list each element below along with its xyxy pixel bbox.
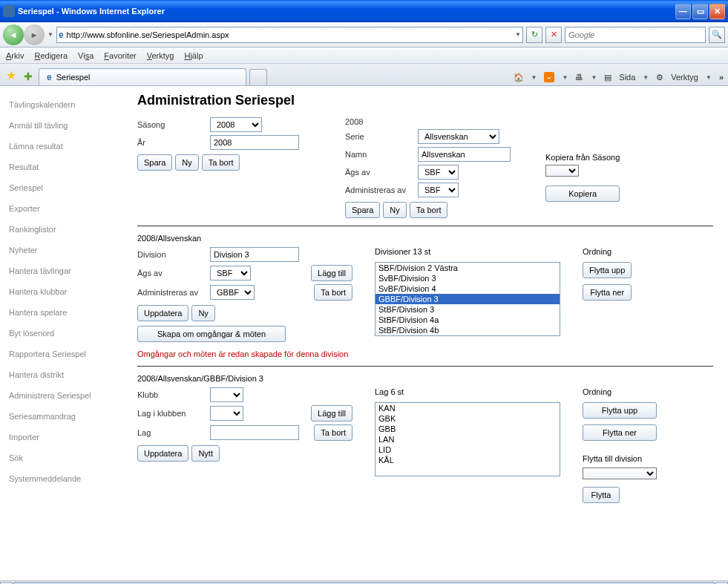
sidebar-item[interactable]: Tävlingskalendern (0, 94, 122, 115)
forward-button[interactable]: ► (24, 24, 45, 45)
uppdatera-button[interactable]: Uppdatera (137, 305, 188, 321)
divisioner-listbox[interactable]: SBF/Division 2 VästraSvBF/Division 3SvBF… (375, 262, 560, 336)
address-dropdown-icon[interactable]: ▼ (515, 31, 521, 38)
kopiera-sasong-select[interactable] (545, 165, 579, 177)
list-item[interactable]: GBBF/Division 3 (376, 294, 560, 304)
skapa-om-button[interactable]: Skapa om omgångar & möten (137, 326, 286, 342)
flytta-upp-button[interactable]: Flytta upp (583, 262, 632, 278)
menu-visa[interactable]: Visa (78, 51, 94, 60)
div-admin-select[interactable]: GBBF (210, 285, 255, 300)
home-icon[interactable]: 🏠 (514, 73, 524, 82)
sidebar-item[interactable]: Exporter (0, 198, 122, 219)
address-bar[interactable]: e ▼ (56, 27, 523, 43)
list-item[interactable]: KAN (376, 403, 560, 413)
lag-klubb-select[interactable] (210, 406, 243, 421)
tools-icon[interactable]: ⚙ (656, 73, 663, 82)
ny3-button[interactable]: Ny (191, 305, 214, 321)
tabort-button[interactable]: Ta bort (202, 154, 240, 171)
list-item[interactable]: SBF/Division 2 Västra (376, 263, 560, 273)
rss-icon[interactable]: ៷ (544, 72, 554, 82)
flytta-ner2-button[interactable]: Flytta ner (583, 424, 657, 441)
sasong-select[interactable]: 2008 (210, 117, 262, 132)
sidebar-item[interactable]: Anmäl till tävling (0, 115, 122, 136)
sidebar-item[interactable]: Rankinglistor (0, 219, 122, 240)
nytt-button[interactable]: Nytt (191, 445, 220, 462)
lagg-till2-button[interactable]: Lägg till (311, 405, 352, 421)
sidebar-item[interactable]: Administrera Seriespel (0, 385, 122, 406)
sidebar-item[interactable]: Lämna resultat (0, 136, 122, 157)
page-menu-icon[interactable]: ▤ (604, 73, 611, 82)
sidebar-item[interactable]: Hantera spelare (0, 302, 122, 323)
lag-listbox[interactable]: KANGBKGBBLANLIDKÅL (375, 402, 560, 476)
serie-select[interactable]: Allsvenskan (418, 129, 499, 144)
search-button[interactable]: 🔍 (709, 27, 725, 43)
overflow-icon[interactable]: » (719, 73, 724, 82)
flytta-ner-button[interactable]: Flytta ner (583, 284, 632, 301)
sidebar-item[interactable]: Systemmeddelande (0, 468, 122, 489)
list-item[interactable]: StBF/Division 3 (376, 304, 560, 315)
browser-tab[interactable]: e Seriespel (39, 68, 246, 85)
spara-button[interactable]: Spara (137, 154, 172, 171)
sidebar-item[interactable]: Byt lösenord (0, 323, 122, 344)
list-item[interactable]: StBF/Division 4a (376, 315, 560, 325)
sidebar-item[interactable]: Resultat (0, 157, 122, 177)
namn-input[interactable] (418, 147, 511, 162)
verktyg-label[interactable]: Verktyg (671, 73, 698, 82)
lag-input[interactable] (210, 425, 299, 440)
list-item[interactable]: SvBF/Division 3 (376, 273, 560, 283)
tabort4-button[interactable]: Ta bort (314, 424, 352, 441)
list-item[interactable]: SvBF/Division 4 (376, 283, 560, 294)
horizontal-scrollbar[interactable]: ◄ ► (0, 580, 728, 584)
spara2-button[interactable]: Spara (345, 202, 380, 218)
flytta-upp2-button[interactable]: Flytta upp (583, 402, 657, 419)
sidebar-item[interactable]: Seriespel (0, 177, 122, 198)
menu-arkiv[interactable]: AArkivrkiv (6, 51, 24, 60)
list-item[interactable]: GBK (376, 413, 560, 424)
uppdatera2-button[interactable]: Uppdatera (137, 445, 188, 462)
minimize-button[interactable]: — (675, 4, 691, 19)
sidebar-item[interactable]: Hantera tävlingar (0, 260, 122, 281)
ags-select[interactable]: SBF (418, 165, 459, 180)
refresh-button[interactable]: ↻ (526, 27, 542, 43)
tabort3-button[interactable]: Ta bort (314, 284, 352, 301)
search-input[interactable] (568, 30, 702, 39)
address-input[interactable] (67, 30, 512, 39)
admin-select[interactable]: SBF (418, 183, 459, 197)
kopiera-button[interactable]: Kopiera (545, 186, 620, 202)
sidebar-item[interactable]: Importer (0, 427, 122, 447)
ny-button[interactable]: Ny (175, 154, 198, 171)
new-tab-button[interactable] (249, 69, 267, 85)
sidebar-item[interactable]: Seriesammandrag (0, 406, 122, 427)
add-favorite-icon[interactable]: ✚ (24, 70, 33, 82)
sida-label[interactable]: Sida (619, 73, 635, 82)
list-item[interactable]: GBB (376, 424, 560, 434)
sidebar-item[interactable]: Hantera klubbar (0, 281, 122, 302)
list-item[interactable]: KÅL (376, 455, 560, 465)
list-item[interactable]: LID (376, 444, 560, 455)
flytta-button[interactable]: Flytta (583, 487, 620, 503)
favorites-icon[interactable]: ★ (6, 68, 16, 82)
scroll-left-icon[interactable]: ◄ (0, 582, 13, 585)
flytta-div-select[interactable] (583, 467, 657, 479)
maximize-button[interactable]: ▭ (692, 4, 708, 19)
ar-input[interactable] (210, 135, 299, 150)
sidebar-item[interactable]: Sök (0, 447, 122, 468)
tabort2-button[interactable]: Ta bort (410, 202, 448, 218)
lagg-till-button[interactable]: Lägg till (311, 265, 352, 281)
print-icon[interactable]: 🖶 (575, 73, 583, 82)
back-button[interactable]: ◄ (3, 24, 24, 45)
menu-favoriter[interactable]: Favoriter (104, 51, 136, 60)
division-input[interactable] (210, 247, 299, 262)
scroll-right-icon[interactable]: ► (715, 582, 728, 585)
sidebar-item[interactable]: Hantera distrikt (0, 364, 122, 385)
menu-hjalp[interactable]: Hjälp (184, 51, 203, 60)
nav-dropdown-icon[interactable]: ▼ (47, 31, 53, 38)
sidebar-item[interactable]: Rapportera Seriespel (0, 344, 122, 364)
list-item[interactable]: LAN (376, 434, 560, 444)
search-box[interactable] (565, 27, 706, 43)
menu-verktyg[interactable]: Verktyg (147, 51, 174, 60)
ny2-button[interactable]: Ny (383, 202, 406, 218)
stop-button[interactable]: ✕ (545, 27, 562, 43)
close-button[interactable]: ✕ (709, 4, 725, 19)
klubb-select[interactable] (210, 387, 243, 402)
